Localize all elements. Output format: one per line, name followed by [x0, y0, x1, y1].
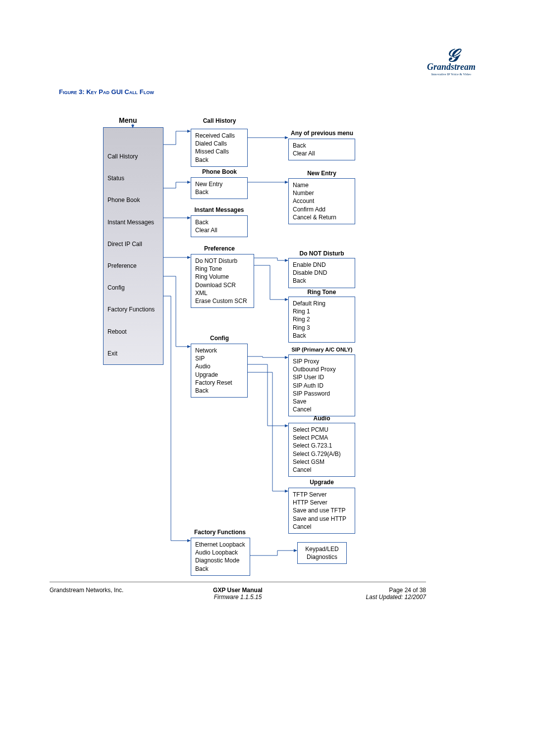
figure-caption: Figure 3: Key Pad GUI Call Flow — [59, 88, 154, 96]
list-item: Back — [195, 188, 243, 196]
grandstream-logo: 𝒢 Grandstream Innovative IP Voice & Vide… — [427, 50, 476, 76]
list-item: Clear All — [195, 226, 243, 234]
list-item: Select PCMU — [293, 426, 351, 434]
preference-box: Do NOT Disturb Ring Tone Ring Volume Dow… — [191, 254, 254, 308]
footer-title: GXP User Manual — [50, 587, 426, 594]
factory-functions-box: Ethernet Loopback Audio Loopback Diagnos… — [191, 538, 250, 576]
list-item: Disable DND — [293, 269, 351, 277]
menu-item: Reboot — [107, 328, 159, 336]
any-prev-header: Any of previous menu — [287, 130, 357, 137]
list-item: Enable DND — [293, 261, 351, 269]
list-item: Back — [293, 332, 351, 340]
list-item: Back — [293, 277, 351, 285]
list-item: SIP Auth ID — [293, 382, 351, 390]
menu-item: Config — [107, 284, 159, 292]
list-item: Back — [195, 565, 246, 573]
list-item: Ring Tone — [195, 265, 250, 273]
new-entry-box: Name Number Account Confirm Add Cancel &… — [288, 178, 355, 224]
list-item: Dialed Calls — [195, 140, 243, 148]
list-item: Save — [293, 398, 351, 405]
list-item: Save and use HTTP — [293, 515, 351, 523]
upgrade-box: TFTP Server HTTP Server Save and use TFT… — [288, 488, 355, 534]
list-item: Factory Reset — [195, 379, 243, 387]
ring-tone-box: Default Ring Ring 1 Ring 2 Ring 3 Back — [288, 297, 355, 343]
list-item: Cancel — [293, 466, 351, 474]
menu-item: Direct IP Call — [107, 240, 159, 248]
list-item: Confirm Add — [293, 205, 351, 213]
call-history-header: Call History — [192, 117, 247, 124]
footer-updated: Last Updated: 12/2007 — [366, 594, 426, 601]
list-item: Back — [195, 387, 243, 395]
list-item: Audio Loopback — [195, 549, 246, 556]
menu-item: Factory Functions — [107, 305, 159, 313]
preference-header: Preference — [192, 245, 247, 252]
list-item: Audio — [195, 362, 243, 370]
list-item: Clear All — [293, 150, 351, 157]
list-item: Account — [293, 197, 351, 205]
sip-box: SIP Proxy Outbound Proxy SIP User ID SIP… — [288, 354, 355, 416]
menu-item: Status — [107, 174, 159, 182]
list-item: Do NOT Disturb — [195, 257, 250, 265]
list-item: Number — [293, 189, 351, 197]
dnd-box: Enable DND Disable DND Back — [288, 258, 355, 288]
any-prev-box: Back Clear All — [288, 139, 355, 160]
config-box: Network SIP Audio Upgrade Factory Reset … — [191, 344, 248, 398]
list-item: Network — [195, 347, 243, 354]
instant-messages-header: Instant Messages — [191, 206, 248, 213]
list-item: Erase Custom SCR — [195, 297, 250, 305]
list-item: SIP User ID — [293, 373, 351, 381]
list-item: Back — [195, 156, 243, 164]
sip-header: SIP (Primary A/C ONLY) — [285, 347, 359, 353]
list-item: Select G.729(A/B) — [293, 450, 351, 458]
list-item: Ethernet Loopback — [195, 541, 246, 549]
instant-messages-box: Back Clear All — [191, 215, 248, 237]
menu-item: Phone Book — [107, 196, 159, 204]
list-item: Ring 1 — [293, 307, 351, 315]
menu-item: Preference — [107, 262, 159, 270]
menu-item: Call History — [107, 152, 159, 160]
list-item: Select GSM — [293, 458, 351, 466]
list-item: HTTP Server — [293, 499, 351, 506]
factory-functions-header: Factory Functions — [191, 529, 249, 536]
list-item: Name — [293, 181, 351, 189]
list-item: Back — [293, 142, 351, 150]
list-item: Select G.723.1 — [293, 442, 351, 450]
phone-book-header: Phone Book — [192, 168, 247, 175]
list-item: Missed Calls — [195, 148, 243, 155]
list-item: Diagnostic Mode — [195, 556, 246, 564]
config-header: Config — [192, 335, 247, 342]
list-item: Keypad/LED — [302, 545, 342, 553]
list-item: Default Ring — [293, 300, 351, 307]
list-item: Cancel & Return — [293, 213, 351, 221]
list-item: Ring 2 — [293, 315, 351, 323]
call-history-box: Received Calls Dialed Calls Missed Calls… — [191, 129, 248, 167]
list-item: Ring Volume — [195, 273, 250, 281]
flow-connectors — [0, 0, 535, 756]
dnd-header: Do NOT Disturb — [288, 250, 355, 257]
list-item: Save and use TFTP — [293, 506, 351, 514]
ring-tone-header: Ring Tone — [288, 289, 355, 296]
menu-item: Instant Messages — [107, 218, 159, 226]
audio-box: Select PCMU Select PCMA Select G.723.1 S… — [288, 423, 355, 477]
keypad-diag-box: Keypad/LED Diagnostics — [297, 542, 347, 564]
upgrade-header: Upgrade — [288, 479, 355, 486]
list-item: Upgrade — [195, 371, 243, 379]
main-menu-box: Call History Status Phone Book Instant M… — [103, 127, 163, 365]
list-item: Select PCMA — [293, 434, 351, 442]
new-entry-header: New Entry — [288, 170, 355, 177]
audio-header: Audio — [288, 415, 355, 422]
list-item: SIP Password — [293, 390, 351, 398]
list-item: Back — [195, 218, 243, 226]
list-item: Ring 3 — [293, 324, 351, 332]
list-item: SIP Proxy — [293, 357, 351, 365]
list-item: Cancel — [293, 405, 351, 413]
list-item: Received Calls — [195, 132, 243, 140]
list-item: SIP — [195, 354, 243, 362]
menu-header: Menu — [119, 116, 137, 124]
list-item: New Entry — [195, 180, 243, 188]
logo-brand: Grandstream — [427, 62, 476, 72]
phone-book-box: New Entry Back — [191, 177, 248, 199]
list-item: Cancel — [293, 523, 351, 531]
footer-rule — [50, 582, 426, 582]
page: 𝒢 Grandstream Innovative IP Voice & Vide… — [0, 0, 535, 756]
